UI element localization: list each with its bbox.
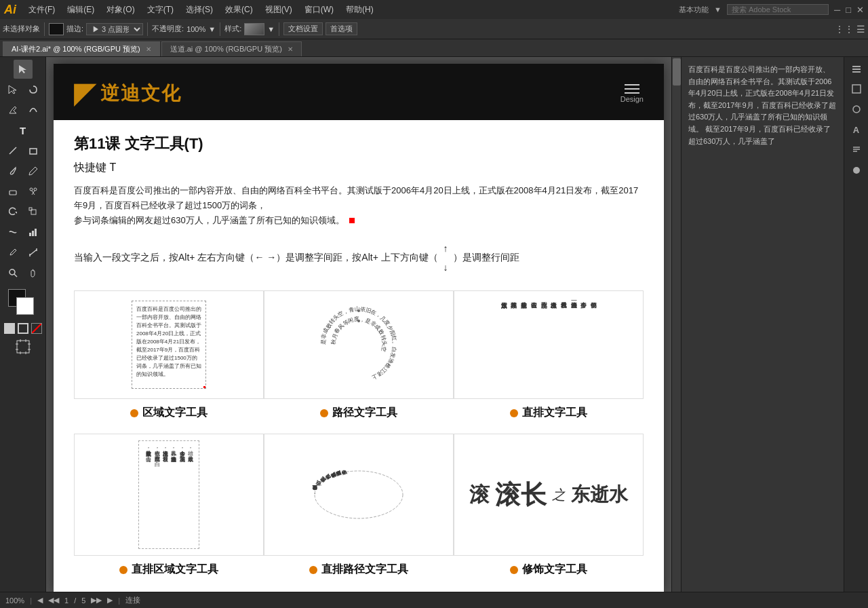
- toolbar-expand-icon[interactable]: ⋮⋮: [835, 24, 854, 35]
- bullet-vert-path: [309, 566, 317, 574]
- menu-effect[interactable]: 效果(C): [220, 3, 258, 17]
- area-text-label-text: 区域文字工具: [142, 406, 208, 420]
- measure-tool[interactable]: [24, 243, 43, 262]
- toolbar-arrange-icon[interactable]: ☰: [856, 24, 865, 35]
- hand-tool[interactable]: [24, 263, 43, 282]
- close-button[interactable]: ✕: [856, 5, 864, 15]
- tabs-bar: AI-课件2.ai* @ 100% (RGB/GPU 预览) ✕ 送道.ai @…: [0, 39, 868, 57]
- va-col-5: 古今多少事，浪花淘尽英: [178, 446, 184, 543]
- mini-para-btn[interactable]: [848, 141, 865, 159]
- hamburger-menu[interactable]: [625, 84, 639, 94]
- mini-expand-btn[interactable]: [848, 60, 865, 77]
- vertical-text-box: 滚滚长江东逝水 浪花淘尽英雄 是非成败转头空 青山依旧在 几度夕阳红 白发渔樵江…: [454, 290, 644, 399]
- canvas-scroll[interactable]: ◤ 逆迪文化 Design: [46, 57, 681, 592]
- adobe-stock-search[interactable]: [727, 4, 829, 15]
- va-col-2: 依旧在，几度夕阳红。白: [153, 446, 159, 543]
- vert-path-svg: 非是成败转头空，依旧在，几度夕阳红。白发渔樵，惯看秋月春风，一壶浊酒喜相逢，古今…: [304, 440, 413, 549]
- menu-help[interactable]: 帮助(H): [340, 3, 379, 17]
- tab-1[interactable]: AI-课件2.ai* @ 100% (RGB/GPU 预览) ✕: [3, 41, 160, 56]
- pen-tool[interactable]: [3, 100, 22, 119]
- tool-pair-2: [3, 100, 43, 119]
- nav-first[interactable]: ◀◀: [48, 596, 59, 605]
- deco-char-1: 滚: [469, 481, 490, 509]
- none-box[interactable]: [31, 323, 42, 334]
- mini-right-panel: A: [844, 57, 868, 592]
- menu-object[interactable]: 对象(O): [101, 3, 140, 17]
- mini-expand2-btn[interactable]: [848, 80, 865, 98]
- mini-A-btn[interactable]: A: [848, 121, 865, 138]
- nav-next[interactable]: ▶: [107, 596, 113, 605]
- bullet-area: [130, 409, 138, 417]
- pencil-tool[interactable]: [24, 162, 43, 180]
- preferences-button[interactable]: 首选项: [326, 22, 357, 35]
- menu-text[interactable]: 文字(T): [142, 3, 179, 17]
- restore-button[interactable]: □: [846, 5, 851, 15]
- tab-2[interactable]: 送道.ai @ 100% (RGB/GPU 预览) ✕: [161, 41, 302, 56]
- artboard-tool[interactable]: [16, 339, 31, 357]
- tab-2-close[interactable]: ✕: [288, 45, 293, 53]
- menu-file[interactable]: 文件(F): [23, 3, 60, 17]
- svg-line-13: [30, 250, 37, 255]
- vert-path-box: 非是成败转头空，依旧在，几度夕阳红。白发渔樵，惯看秋月春风，一壶浊酒喜相逢，古今…: [264, 434, 454, 556]
- rotate-tool[interactable]: [3, 202, 22, 221]
- vert-path-label: 直排路径文字工具: [309, 563, 408, 577]
- stroke-color-box[interactable]: [49, 23, 64, 35]
- fill-box[interactable]: [4, 323, 15, 334]
- bullet-path: [320, 409, 328, 417]
- direct-selection-tool[interactable]: [3, 80, 22, 99]
- nav-prev[interactable]: ◀: [37, 596, 43, 605]
- svg-rect-34: [852, 69, 861, 70]
- menu-edit[interactable]: 编辑(E): [62, 3, 100, 17]
- color-boxes: [8, 289, 38, 319]
- tab-1-close[interactable]: ✕: [146, 45, 151, 53]
- selection-tool[interactable]: [14, 60, 33, 79]
- menu-select[interactable]: 选择(S): [180, 3, 218, 17]
- scissors-tool[interactable]: [24, 182, 43, 201]
- tool-pair-9: [3, 263, 43, 282]
- style-dropdown[interactable]: ▼: [267, 25, 275, 33]
- warp-tool[interactable]: [3, 223, 22, 242]
- scrollbar-thumb[interactable]: [673, 58, 681, 86]
- menu-view[interactable]: 视图(V): [260, 3, 298, 17]
- stroke-box[interactable]: [18, 323, 28, 334]
- lasso-tool[interactable]: [24, 80, 43, 99]
- vert-col-8: 一壶浊酒喜相逢: [570, 297, 578, 392]
- status-divider-2: |: [118, 596, 120, 605]
- svg-line-17: [14, 274, 17, 277]
- stroke-style-select[interactable]: ▶ 3 点圆形: [86, 23, 143, 35]
- zoom-tool[interactable]: [3, 263, 22, 282]
- style-preview[interactable]: [244, 23, 264, 35]
- line-tool[interactable]: [3, 141, 22, 160]
- mini-circle2-btn[interactable]: [848, 162, 865, 179]
- doc-settings-button[interactable]: 文档设置: [283, 22, 323, 35]
- type-tool[interactable]: T: [14, 121, 33, 140]
- arrow-down: ↓: [443, 258, 448, 277]
- background-color[interactable]: [16, 297, 34, 315]
- eyedropper-tool[interactable]: [3, 243, 22, 262]
- eraser-tool[interactable]: [3, 182, 22, 201]
- scale-tool[interactable]: [24, 202, 43, 221]
- graph-tool[interactable]: [24, 223, 43, 242]
- curvature-tool[interactable]: [24, 100, 43, 119]
- tool-pair-5: [3, 182, 43, 201]
- vert-col-9: 古今多少事: [580, 297, 588, 392]
- minimize-button[interactable]: ─: [834, 5, 840, 15]
- mini-circle-btn[interactable]: [848, 100, 865, 118]
- toolbar-divider-4: [279, 22, 279, 36]
- opacity-dropdown[interactable]: ▼: [208, 25, 216, 33]
- toolbar-right: ⋮⋮ ☰: [835, 24, 865, 35]
- svg-point-41: [853, 167, 860, 174]
- opacity-value: 100%: [186, 25, 205, 33]
- path-text-label: 路径文字工具: [320, 406, 397, 420]
- nav-last[interactable]: ▶▶: [91, 596, 102, 605]
- instruction-block: 当输入一段文字之后，按Alt+ 左右方向键（← →）是调整字间距，按Alt+ 上…: [74, 239, 644, 277]
- vertical-text-label-text: 直排文字工具: [522, 406, 587, 420]
- menu-window[interactable]: 窗口(W): [299, 3, 339, 17]
- vertical-scrollbar[interactable]: [671, 57, 681, 592]
- paintbrush-tool[interactable]: [3, 162, 22, 180]
- left-tool-panel: T: [0, 57, 46, 592]
- tool-pair-8: [3, 243, 43, 262]
- workspace-dropdown-icon[interactable]: ▼: [714, 5, 722, 14]
- shape-tool[interactable]: [24, 141, 43, 160]
- bottom-grid: 非是成败转头空，青山 依旧在，几度夕阳红。白 发渔樵江渚上，惯看秋月 春风，一壶…: [74, 434, 644, 577]
